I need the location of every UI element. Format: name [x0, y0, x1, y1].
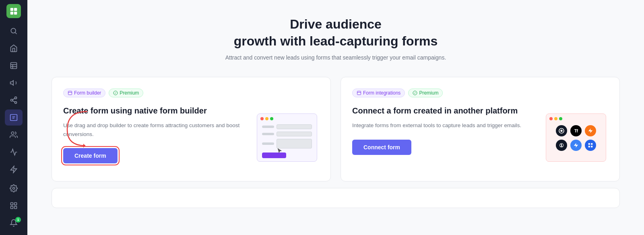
sidebar-item-home[interactable]: [5, 40, 23, 56]
integration-icon-bolt: [585, 125, 596, 136]
badge-premium-1: Premium: [109, 89, 143, 97]
card-form-integrations: Form integrations Premium Connect a form…: [341, 77, 620, 181]
card2-content: Connect a form created in another platfo…: [352, 105, 608, 170]
sidebar-item-share[interactable]: [5, 92, 23, 108]
svg-rect-0: [10, 8, 13, 10]
svg-marker-36: [574, 143, 578, 148]
page-header: Drive audience growth with lead-capturin…: [52, 16, 620, 61]
notification-badge: 1: [15, 217, 21, 223]
svg-rect-25: [14, 206, 17, 209]
svg-rect-24: [11, 206, 13, 209]
integration-icon-typeform: Tf: [570, 125, 582, 136]
card1-text: Create form using native form builder Us…: [63, 105, 247, 170]
sidebar: 1: [0, 0, 27, 235]
svg-marker-10: [10, 80, 14, 85]
sidebar-item-megaphone[interactable]: [5, 75, 23, 91]
svg-rect-1: [14, 8, 17, 10]
svg-rect-40: [591, 146, 592, 147]
card1-content: Create form using native form builder Us…: [63, 105, 319, 170]
sidebar-item-forms[interactable]: [5, 109, 23, 125]
svg-line-14: [12, 101, 15, 102]
badge-premium-2: Premium: [408, 89, 443, 97]
svg-point-19: [11, 132, 14, 135]
sidebar-item-integrations[interactable]: [5, 198, 23, 214]
sidebar-item-analytics[interactable]: [5, 144, 23, 160]
card2-description: Integrate forms from external tools to c…: [352, 121, 536, 130]
page-subtitle: Attract and convert new leads using form…: [52, 54, 620, 61]
svg-marker-35: [588, 128, 593, 133]
page-title: Drive audience growth with lead-capturin…: [52, 16, 620, 49]
sidebar-item-search[interactable]: [5, 23, 23, 39]
card1-visual: [255, 105, 319, 170]
svg-point-11: [15, 97, 17, 99]
card1-description: Use drag and drop builder to create form…: [63, 121, 247, 138]
svg-rect-23: [14, 203, 17, 205]
svg-rect-38: [591, 143, 592, 145]
integration-icon-4: ①: [556, 140, 567, 151]
card2-text: Connect a form created in another platfo…: [352, 105, 536, 170]
create-form-button[interactable]: Create form: [63, 148, 118, 163]
svg-point-13: [15, 101, 17, 103]
card-form-builder: Form builder Premium Create form using n…: [52, 77, 331, 181]
svg-point-21: [13, 188, 15, 190]
card2-visual: Tf ①: [544, 105, 608, 170]
svg-rect-37: [588, 143, 590, 145]
badge-form-integrations: Form integrations: [352, 89, 405, 97]
svg-point-34: [560, 130, 562, 132]
cursor-icon: [277, 148, 283, 154]
sidebar-item-campaigns[interactable]: [5, 58, 23, 73]
svg-rect-3: [14, 11, 17, 14]
svg-marker-20: [11, 166, 17, 173]
svg-line-5: [15, 33, 17, 34]
integration-icon-6: [585, 140, 596, 151]
app-logo[interactable]: [6, 4, 21, 18]
svg-rect-22: [11, 203, 13, 205]
sidebar-item-notifications[interactable]: 1: [5, 215, 23, 231]
svg-rect-27: [68, 91, 72, 95]
svg-rect-39: [588, 146, 590, 147]
svg-rect-6: [11, 62, 17, 68]
main-content: Drive audience growth with lead-capturin…: [27, 0, 644, 235]
connect-form-button[interactable]: Connect form: [352, 140, 411, 155]
svg-point-4: [11, 28, 16, 33]
card1-title: Create form using native form builder: [63, 105, 247, 116]
integration-illustration: Tf ①: [546, 113, 606, 162]
card2-title: Connect a form created in another platfo…: [352, 105, 536, 116]
cards-container: Form builder Premium Create form using n…: [52, 77, 620, 181]
sidebar-item-settings[interactable]: [5, 181, 23, 196]
card1-badges: Form builder Premium: [63, 89, 319, 97]
badge-form-builder: Form builder: [63, 89, 105, 97]
bottom-card-hint: [52, 188, 620, 208]
svg-rect-16: [10, 115, 17, 121]
svg-line-15: [12, 98, 15, 99]
card2-badges: Form integrations Premium: [352, 89, 608, 97]
svg-rect-30: [357, 91, 361, 95]
form-builder-illustration: [257, 113, 317, 162]
integration-icon-1: [556, 125, 567, 136]
sidebar-item-automations[interactable]: [5, 162, 23, 177]
svg-rect-2: [10, 11, 13, 14]
integration-icon-5: [570, 140, 582, 151]
svg-point-12: [11, 99, 13, 101]
sidebar-item-audience[interactable]: [5, 127, 23, 143]
